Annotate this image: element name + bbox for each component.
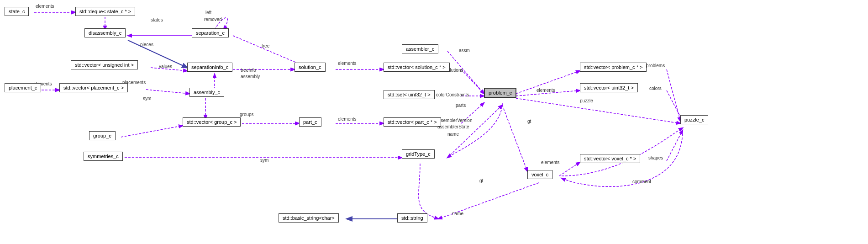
label-elements-0: elements	[36, 4, 54, 9]
node-voxel-c: voxel_c	[527, 170, 552, 179]
node-gridType-c: gridType_c	[402, 149, 435, 159]
svg-line-24	[516, 98, 680, 123]
label-gt-2: gt	[479, 178, 483, 183]
label-parts: parts	[456, 103, 466, 108]
label-assm: assm	[459, 48, 470, 53]
svg-line-8	[146, 90, 189, 94]
node-std-vector-unsigned-int: std::vector< unsigned int >	[71, 60, 138, 69]
svg-line-26	[502, 105, 527, 171]
node-std-basic-string-char: std::basic_string<char>	[279, 213, 339, 223]
label-comment: comment	[632, 179, 651, 184]
label-tree: tree	[262, 43, 269, 48]
label-treeInfo: treeInfo	[241, 68, 256, 73]
label-left: left	[205, 10, 211, 15]
node-disassembly-c: disassembly_c	[84, 28, 126, 37]
node-assembler-c: assembler_c	[402, 44, 438, 53]
label-sym-2: sym	[260, 158, 268, 163]
diagram-container: state_c std::deque< state_c * > disassem…	[0, 0, 868, 244]
label-colorConstraints: colorConstraints	[436, 92, 469, 97]
label-colors: colors	[649, 86, 662, 91]
node-std-vector-part-c: std::vector< part_c * >	[384, 117, 441, 127]
label-elements-2: elements	[338, 117, 357, 122]
node-std-deque-state-c: std::deque< state_c * >	[75, 7, 135, 16]
node-std-string: std::string	[397, 213, 427, 223]
label-elements-3: elements	[338, 61, 357, 66]
node-problem-c: problem_c	[484, 88, 516, 98]
label-values: values	[159, 64, 172, 69]
node-std-vector-voxel-c: std::vector< voxel_c * >	[580, 154, 640, 163]
svg-line-25	[667, 130, 683, 161]
node-solution-c: solution_c	[295, 63, 326, 72]
label-assemblerState: assemblerState	[437, 124, 469, 129]
node-std-vector-placement-c: std::vector< placement_c >	[59, 83, 128, 92]
label-assemblerVersion: assemblerVersion	[436, 118, 472, 123]
node-symmetries-c: symmetries_c	[84, 152, 123, 161]
svg-line-27	[559, 162, 580, 176]
node-group-c: group_c	[89, 131, 116, 140]
label-shapes: shapes	[648, 155, 663, 160]
node-std-vector-solution-c: std::vector< solution_c * >	[384, 63, 450, 72]
label-elements-4: elements	[537, 88, 555, 93]
label-name: name	[447, 132, 459, 137]
label-name-2: name	[452, 211, 463, 216]
node-assembly-c: assembly_c	[189, 88, 224, 97]
svg-line-15	[461, 69, 484, 94]
node-state_c: state_c	[5, 7, 29, 16]
node-std-vector-group-c: std::vector< group_c >	[183, 117, 241, 127]
node-std-vector-problem-c: std::vector< problem_c * >	[580, 63, 647, 72]
label-puzzle: puzzle	[580, 98, 593, 103]
label-removed: removed	[204, 17, 222, 22]
label-elements-5: elements	[541, 160, 560, 165]
node-std-vector-uint32-t: std::vector< uint32_t >	[580, 83, 638, 92]
label-pieces: pieces	[140, 42, 153, 47]
svg-line-12	[121, 126, 183, 137]
label-sym: sym	[143, 96, 151, 101]
node-std-set-uint32-t: std::set< uint32_t >	[384, 90, 435, 99]
node-separationInfo-c: separationInfo_c	[187, 63, 232, 72]
node-part-c: part_c	[299, 117, 321, 127]
node-separation-c: separation_c	[192, 28, 229, 37]
label-problems: problems	[646, 63, 665, 68]
label-assembly: assembly	[241, 74, 260, 79]
label-gt: gt	[527, 119, 531, 124]
label-groups: groups	[240, 112, 254, 117]
node-puzzle-c: puzzle_c	[680, 115, 708, 124]
node-placement-c: placement_c	[5, 83, 41, 92]
label-states: states	[151, 17, 163, 22]
